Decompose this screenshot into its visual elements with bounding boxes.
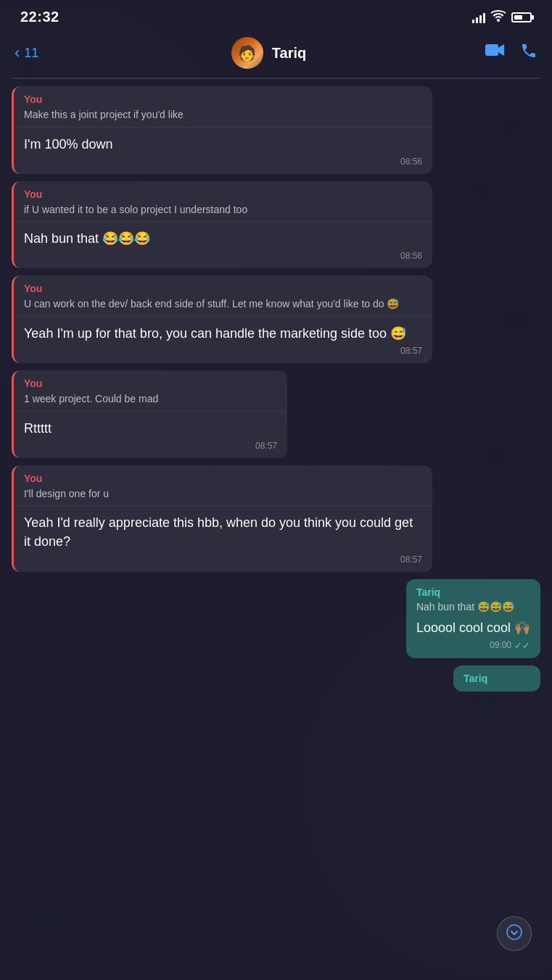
quote-sender: You [24,378,277,389]
quote-text: if U wanted it to be a solo project I un… [24,203,422,217]
tariq-time: 09:00 ✓✓ [416,640,530,651]
message-bubble: You if U wanted it to be a solo project … [12,181,432,269]
navigation-bar: ‹ 11 🧑 Tariq [0,31,552,78]
battery-icon [511,12,532,22]
message-text: Yeah I'm up for that bro, you can handle… [24,324,422,343]
quote-section: You I'll design one for u [14,465,432,507]
quote-section: You Make this a joint project if you'd l… [14,86,432,128]
message-time: 08:56 [24,157,422,167]
message-time: 08:56 [24,251,422,261]
message-bubble: You Make this a joint project if you'd l… [12,86,432,174]
avatar[interactable]: 🧑 [231,37,263,69]
message-text: Nah bun that 😂😂😂 [24,229,422,248]
quote-section: You 1 week project. Could be mad [14,370,287,412]
read-ticks-icon: ✓✓ [514,640,530,651]
back-chevron-icon: ‹ [15,43,20,62]
message-content: Yeah I'd really appreciate this hbb, whe… [14,506,432,571]
message-text: Yeah I'd really appreciate this hbb, whe… [24,513,422,551]
svg-rect-0 [485,44,498,56]
tariq-sender-label: Tariq [416,586,530,598]
tariq-sender-label-2: Tariq [464,673,530,684]
quote-sender: You [24,188,422,200]
quote-text: I'll design one for u [24,487,422,502]
message-content: I'm 100% down 08:56 [14,128,432,174]
tariq-message-container: Tariq Nah bun that 😅😅😅 Looool cool cool … [12,579,540,658]
tariq-message-container-2: Tariq [12,665,540,692]
messages-container: You Make this a joint project if you'd l… [0,79,552,706]
chevron-down-icon [506,924,522,943]
message-time: 08:57 [24,346,422,356]
quote-text: 1 week project. Could be mad [24,392,277,407]
phone-call-icon[interactable] [520,42,537,64]
signal-icon [472,12,485,23]
contact-name[interactable]: Tariq [272,45,306,62]
status-time: 22:32 [20,9,59,25]
quote-text: Make this a joint project if you'd like [24,108,422,122]
message-time: 08:57 [24,555,422,565]
status-icons [472,10,532,25]
video-call-icon[interactable] [485,42,506,64]
message-bubble: You U can work on the dev/ back end side… [12,275,432,363]
message-text: Rttttt [24,419,277,438]
scroll-to-bottom-button[interactable] [497,916,532,951]
quote-text: U can work on the dev/ back end side of … [24,297,422,312]
wifi-icon [491,10,506,25]
back-count: 11 [24,46,38,61]
nav-actions [479,42,537,64]
message-content: Yeah I'm up for that bro, you can handle… [14,317,432,363]
tariq-quote-text: Nah bun that 😅😅😅 [416,601,530,612]
message-bubble: You 1 week project. Could be mad Rttttt … [12,370,287,458]
quote-sender: You [24,94,422,105]
message-content: Nah bun that 😂😂😂 08:56 [14,222,432,268]
tariq-bubble: Tariq Nah bun that 😅😅😅 Looool cool cool … [406,579,540,658]
quote-section: You U can work on the dev/ back end side… [14,275,432,317]
quote-sender: You [24,473,422,484]
message-timestamp: 09:00 [490,640,511,650]
avatar-image: 🧑 [231,37,263,69]
message-time: 08:57 [24,441,277,451]
contact-info: 🧑 Tariq [58,37,479,69]
quote-section: You if U wanted it to be a solo project … [14,181,432,223]
message-content: Rttttt 08:57 [14,412,287,458]
back-button[interactable]: ‹ 11 [15,43,58,62]
message-text: I'm 100% down [24,135,422,154]
tariq-bubble-partial: Tariq [453,665,540,692]
svg-point-1 [507,925,522,939]
tariq-message-text: Looool cool cool 🙌🏽 [416,618,530,637]
message-bubble: You I'll design one for u Yeah I'd reall… [12,465,432,572]
quote-sender: You [24,283,422,294]
status-bar: 22:32 [0,0,552,31]
